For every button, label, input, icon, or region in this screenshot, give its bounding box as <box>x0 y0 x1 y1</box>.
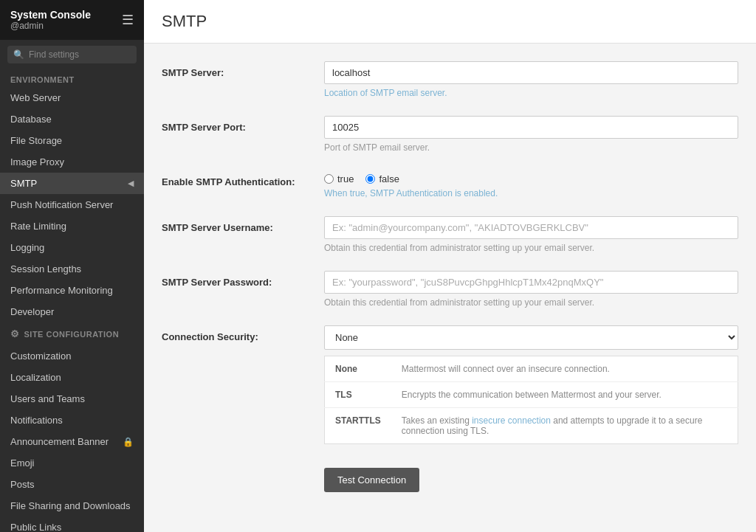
connection-security-table: None Mattermost will connect over an ins… <box>324 356 738 444</box>
test-connection-row: Test Connection <box>162 462 738 492</box>
sidebar-item-database[interactable]: Database <box>0 108 144 130</box>
sidebar-item-smtp[interactable]: SMTP ◀ <box>0 173 144 194</box>
sidebar-item-posts[interactable]: Posts <box>0 474 144 495</box>
smtp-username-control: Obtain this credential from administrato… <box>324 216 738 253</box>
connection-security-select[interactable]: None TLS STARTTLS <box>324 325 738 350</box>
smtp-username-label: SMTP Server Username: <box>162 216 324 233</box>
smtp-auth-false-label[interactable]: false <box>365 173 399 184</box>
sidebar-item-developer[interactable]: Developer <box>0 301 144 322</box>
connection-security-control: None TLS STARTTLS None Mattermost will c… <box>324 325 738 444</box>
smtp-password-input[interactable] <box>324 271 738 294</box>
smtp-auth-help: When true, SMTP Authentication is enable… <box>324 188 738 198</box>
sidebar-item-file-sharing[interactable]: File Sharing and Downloads <box>0 495 144 517</box>
sidebar: System Console @admin ☰ 🔍 ENVIRONMENT We… <box>0 0 144 532</box>
smtp-server-control: Location of SMTP email server. <box>324 61 738 98</box>
table-row: TLS Encrypts the communication between M… <box>325 382 738 408</box>
lock-icon: 🔒 <box>123 437 134 447</box>
smtp-username-input[interactable] <box>324 216 738 239</box>
conn-none-desc: Mattermost will connect over an insecure… <box>391 356 738 382</box>
smtp-auth-true-radio[interactable] <box>324 174 334 184</box>
sidebar-item-localization[interactable]: Localization <box>0 367 144 388</box>
conn-tls-desc: Encrypts the communication between Matte… <box>391 382 738 408</box>
smtp-port-input[interactable] <box>324 116 738 139</box>
page-title: SMTP <box>162 12 738 31</box>
console-title: System Console <box>10 9 91 21</box>
test-connection-button[interactable]: Test Connection <box>324 468 419 492</box>
gear-icon: ⚙ <box>10 328 20 339</box>
connection-security-row: Connection Security: None TLS STARTTLS N… <box>162 325 738 444</box>
smtp-auth-radio-group: true false <box>324 173 738 184</box>
sidebar-item-logging[interactable]: Logging <box>0 237 144 258</box>
smtp-auth-row: Enable SMTP Authentication: true false W… <box>162 170 738 198</box>
main-content: SMTP SMTP Server: Location of SMTP email… <box>144 0 756 532</box>
conn-starttls-desc: Takes an existing insecure connection an… <box>391 408 738 444</box>
table-row: None Mattermost will connect over an ins… <box>325 356 738 382</box>
connection-security-label: Connection Security: <box>162 325 324 342</box>
active-arrow-icon: ◀ <box>128 179 134 188</box>
smtp-server-input[interactable] <box>324 61 738 84</box>
search-box[interactable]: 🔍 <box>7 46 137 63</box>
smtp-server-help: Location of SMTP email server. <box>324 88 738 98</box>
sidebar-item-customization[interactable]: Customization <box>0 345 144 367</box>
conn-tls-label: TLS <box>325 382 391 408</box>
conn-none-label: None <box>325 356 391 382</box>
smtp-auth-true-label[interactable]: true <box>324 173 354 184</box>
insecure-connection-link: insecure connection <box>472 415 551 426</box>
sidebar-item-rate-limiting[interactable]: Rate Limiting <box>0 215 144 237</box>
search-input[interactable] <box>29 49 131 60</box>
smtp-auth-false-radio[interactable] <box>365 174 375 184</box>
smtp-port-control: Port of SMTP email server. <box>324 116 738 153</box>
smtp-auth-label: Enable SMTP Authentication: <box>162 170 324 187</box>
content-area: SMTP Server: Location of SMTP email serv… <box>144 44 756 528</box>
sidebar-item-image-proxy[interactable]: Image Proxy <box>0 151 144 173</box>
sidebar-item-public-links[interactable]: Public Links <box>0 517 144 532</box>
smtp-server-label: SMTP Server: <box>162 61 324 78</box>
sidebar-item-file-storage[interactable]: File Storage <box>0 130 144 151</box>
smtp-server-row: SMTP Server: Location of SMTP email serv… <box>162 61 738 98</box>
conn-starttls-label: STARTTLS <box>325 408 391 444</box>
console-subtitle: @admin <box>10 21 91 31</box>
search-icon: 🔍 <box>13 49 24 60</box>
table-row: STARTTLS Takes an existing insecure conn… <box>325 408 738 444</box>
smtp-password-label: SMTP Server Password: <box>162 271 324 288</box>
sidebar-item-push-notification[interactable]: Push Notification Server <box>0 194 144 215</box>
sidebar-item-web-server[interactable]: Web Server <box>0 87 144 108</box>
sidebar-item-users-and-teams[interactable]: Users and Teams <box>0 388 144 410</box>
smtp-password-control: Obtain this credential from administrato… <box>324 271 738 308</box>
smtp-password-help: Obtain this credential from administrato… <box>324 297 738 308</box>
hamburger-icon[interactable]: ☰ <box>122 12 134 28</box>
smtp-port-row: SMTP Server Port: Port of SMTP email ser… <box>162 116 738 153</box>
sidebar-item-emoji[interactable]: Emoji <box>0 452 144 474</box>
smtp-auth-control: true false When true, SMTP Authenticatio… <box>324 170 738 198</box>
site-config-section-header: ⚙ SITE CONFIGURATION <box>0 322 144 345</box>
sidebar-item-notifications[interactable]: Notifications <box>0 410 144 431</box>
page-header: SMTP <box>144 0 756 44</box>
sidebar-item-performance-monitoring[interactable]: Performance Monitoring <box>0 280 144 301</box>
sidebar-item-session-lengths[interactable]: Session Lengths <box>0 258 144 280</box>
sidebar-header: System Console @admin ☰ <box>0 0 144 40</box>
smtp-password-row: SMTP Server Password: Obtain this creden… <box>162 271 738 308</box>
sidebar-item-announcement-banner[interactable]: Announcement Banner 🔒 <box>0 431 144 452</box>
smtp-username-row: SMTP Server Username: Obtain this creden… <box>162 216 738 253</box>
smtp-port-label: SMTP Server Port: <box>162 116 324 133</box>
environment-section-label: ENVIRONMENT <box>0 69 144 87</box>
smtp-port-help: Port of SMTP email server. <box>324 142 738 153</box>
smtp-username-help: Obtain this credential from administrato… <box>324 243 738 253</box>
